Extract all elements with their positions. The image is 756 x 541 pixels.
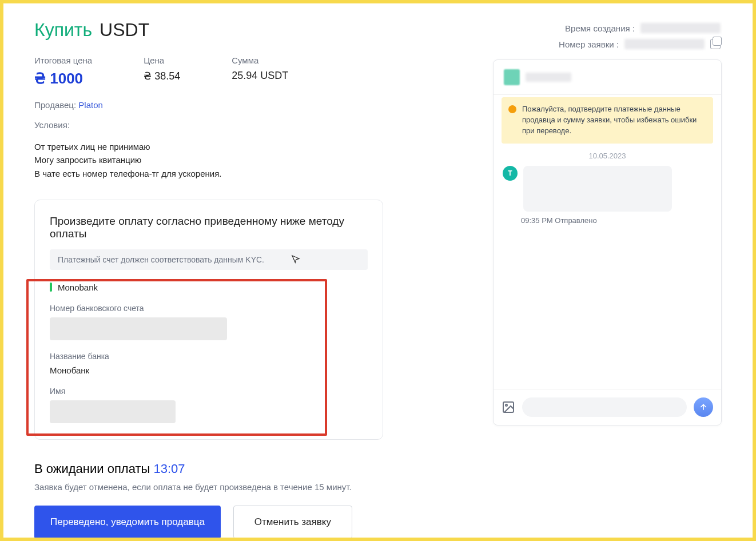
chat-panel: Пожалуйста, подтвердите платежные данные…: [493, 59, 722, 425]
bank-name-label: Название банка: [50, 352, 368, 361]
created-label: Время создания :: [565, 23, 635, 33]
price-summary: Итоговая цена ₴ 1000 Цена ₴ 38.54 Сумма …: [34, 55, 470, 87]
chat-message-bubble-redacted: [523, 166, 672, 212]
order-number-value-redacted: [624, 39, 705, 49]
chat-notice: Пожалуйста, подтвердите платежные данные…: [502, 97, 713, 144]
svg-point-1: [506, 404, 507, 406]
chat-date: 10.05.2023: [499, 152, 715, 160]
chat-body[interactable]: Пожалуйста, подтвердите платежные данные…: [494, 95, 721, 389]
chat-message-meta: 09:35 PM Отправлено: [499, 216, 715, 225]
holder-name-value-redacted: [50, 400, 176, 423]
order-number-label: Номер заявки :: [559, 39, 619, 49]
chat-input[interactable]: [522, 397, 687, 417]
seller-label: Продавец:: [34, 100, 76, 110]
attach-image-icon[interactable]: [502, 400, 515, 414]
cancel-order-button[interactable]: Отменить заявку: [233, 506, 352, 539]
page-title: Купить USDT: [34, 19, 470, 41]
payment-heading: Произведите оплату согласно приведенному…: [50, 215, 368, 240]
tether-avatar-icon: T: [503, 166, 518, 181]
counterparty-avatar: [504, 69, 520, 85]
payment-card: Произведите оплату согласно приведенному…: [34, 200, 383, 440]
chat-message-status: Отправлено: [555, 216, 596, 225]
send-button[interactable]: [694, 397, 713, 417]
pending-heading: В ожидании оплаты: [34, 462, 150, 476]
chat-message: T: [499, 166, 715, 212]
created-value-redacted: [640, 23, 721, 33]
title-action: Купить: [34, 19, 92, 40]
payment-method: Monobank: [50, 283, 368, 292]
pending-timer: 13:07: [153, 462, 185, 476]
unit-price-value: ₴ 38.54: [144, 70, 180, 82]
seller-line: Продавец: Platon: [34, 100, 470, 110]
account-number-label: Номер банковского счета: [50, 304, 368, 313]
terms-label: Условия:: [34, 120, 470, 130]
total-price-value: ₴ 1000: [34, 70, 92, 87]
total-price-label: Итоговая цена: [34, 55, 92, 65]
copy-icon[interactable]: [710, 39, 721, 49]
account-number-value-redacted: [50, 317, 227, 340]
method-indicator-icon: [50, 283, 52, 292]
kyc-note: Платежный счет должен соответствовать да…: [50, 249, 368, 270]
arrow-up-icon: [699, 403, 708, 412]
holder-name-label: Имя: [50, 387, 368, 396]
terms-text: От третьих лиц не принимаю Могу запросит…: [34, 140, 470, 180]
unit-price-label: Цена: [144, 55, 180, 65]
payment-method-name: Monobank: [58, 283, 98, 292]
chat-footer: [494, 389, 721, 425]
counterparty-name-redacted: [526, 73, 571, 82]
title-asset: USDT: [100, 19, 149, 40]
amount-label: Сумма: [232, 55, 288, 65]
chat-header: [494, 60, 721, 95]
bank-name-value: Монобанк: [50, 365, 368, 375]
order-meta: Время создания : Номер заявки :: [559, 23, 721, 55]
amount-value: 25.94 USDT: [232, 70, 288, 82]
pending-section: В ожидании оплаты 13:07 Заявка будет отм…: [34, 462, 470, 539]
chat-message-time: 09:35 PM: [521, 216, 553, 225]
seller-link[interactable]: Platon: [78, 100, 103, 110]
pending-note: Заявка будет отменена, если оплата не бу…: [34, 482, 470, 492]
confirm-transfer-button[interactable]: Переведено, уведомить продавца: [34, 506, 221, 539]
